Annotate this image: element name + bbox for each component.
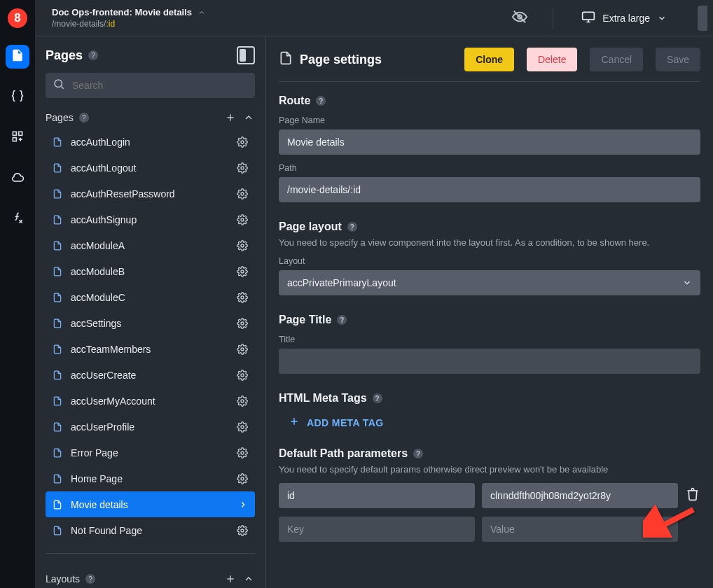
title-field-label: Title [279,335,700,344]
search-input[interactable] [71,79,248,92]
svg-line-7 [61,86,63,88]
page-list-item[interactable]: accAuthResetPassword [46,181,255,206]
gear-icon[interactable] [237,214,248,225]
svg-point-20 [241,400,244,402]
help-icon[interactable]: ? [85,574,95,584]
gear-icon[interactable] [237,266,248,277]
page-list-item[interactable]: accAuthLogin [46,129,255,155]
help-icon[interactable]: ? [413,449,423,458]
rail-json[interactable] [6,85,29,109]
page-item-label: accUserCreate [71,370,230,381]
delete-button[interactable]: Delete [527,48,577,71]
svg-point-15 [241,270,244,273]
svg-point-17 [241,322,244,325]
rail-pages[interactable] [6,45,29,69]
page-list-item[interactable]: accUserCreate [46,362,255,388]
add-page-button[interactable] [224,112,237,123]
gear-icon[interactable] [237,396,248,407]
rail-functions[interactable] [6,207,29,231]
page-list-item[interactable]: accAuthLogout [46,155,255,181]
help-icon[interactable]: ? [337,315,347,325]
chevron-right-icon[interactable] [238,500,248,510]
page-list-item[interactable]: accUserMyAccount [46,388,255,414]
page-item-label: Movie details [71,499,231,510]
rail-cloud[interactable] [6,167,29,190]
gear-icon[interactable] [237,344,248,355]
help-icon[interactable]: ? [347,222,357,232]
page-item-label: Not Found Page [71,525,230,536]
gear-icon[interactable] [237,318,248,329]
overflow-button[interactable] [698,6,707,31]
file-icon [53,215,64,225]
page-list-item[interactable]: accUserProfile [46,414,255,440]
layout-select[interactable]: accPrivatePrimaryLayout [279,270,700,295]
title-input[interactable] [279,349,700,374]
gear-icon[interactable] [237,525,248,536]
param-key-input[interactable]: id [279,483,475,508]
svg-point-23 [241,477,244,480]
page-item-label: accModuleC [71,292,230,303]
section-params: Default Path parameters ? You need to sp… [279,447,700,542]
page-list-item[interactable]: Error Page [46,440,255,465]
chevron-up-icon [198,8,206,17]
param-value-placeholder[interactable]: Value [482,517,678,542]
svg-point-16 [241,296,244,299]
svg-point-22 [241,451,244,454]
gear-icon[interactable] [237,421,248,433]
svg-point-21 [241,426,244,428]
group-layouts-header[interactable]: Layouts ? [46,573,255,584]
gear-icon[interactable] [237,188,248,200]
page-list-item[interactable]: accModuleB [46,258,255,284]
collapse-layouts-button[interactable] [242,573,255,584]
divider [46,553,255,554]
page-list-item[interactable]: Home Page [46,465,255,491]
file-icon [53,500,64,510]
cancel-button[interactable]: Cancel [590,48,643,71]
page-list-item[interactable]: accModuleC [46,284,255,310]
section-route-title: Route [279,94,310,107]
app-logo[interactable]: 8 [8,8,27,28]
save-button[interactable]: Save [656,48,700,71]
delete-param-button[interactable] [685,487,700,504]
file-icon [279,51,293,68]
svg-rect-0 [13,132,16,135]
path-input[interactable]: /movie-details/:id [279,177,700,202]
page-list-item[interactable]: Movie details [46,491,255,517]
side-title: Pages [46,48,83,63]
help-icon[interactable]: ? [79,113,89,122]
page-list-item[interactable]: Not Found Page [46,517,255,543]
gear-icon[interactable] [237,292,248,303]
file-icon [53,422,64,432]
rail-components[interactable] [6,126,29,150]
group-pages-header[interactable]: Pages ? [46,112,255,123]
page-list-item[interactable]: accModuleA [46,232,255,258]
visibility-toggle[interactable] [505,5,534,31]
gear-icon[interactable] [237,370,248,381]
breadcrumb[interactable]: Doc Ops-frontend: Movie details /movie-d… [52,7,206,29]
search-input-wrap[interactable] [46,73,255,98]
clone-button[interactable]: Clone [464,48,514,71]
file-icon [53,370,64,380]
gear-icon[interactable] [237,162,248,174]
page-list-item[interactable]: accTeamMembers [46,336,255,362]
help-icon[interactable]: ? [88,50,98,60]
gear-icon[interactable] [237,136,248,148]
help-icon[interactable]: ? [316,96,326,106]
section-params-desc: You need to specify default params other… [279,464,700,475]
help-icon[interactable]: ? [373,393,382,403]
gear-icon[interactable] [237,447,248,458]
panel-layout-toggle[interactable] [237,46,255,64]
param-row-empty: Key Value . [279,517,700,542]
viewport-select[interactable]: Extra large [572,6,677,30]
gear-icon[interactable] [237,240,248,251]
page-list-item[interactable]: accAuthSignup [46,206,255,232]
add-meta-button[interactable]: ADD META TAG [279,416,700,429]
add-layout-button[interactable] [224,573,237,584]
page-list-item[interactable]: accSettings [46,310,255,336]
param-key-placeholder[interactable]: Key [279,517,475,542]
page-name-input[interactable]: Movie details [279,130,700,155]
collapse-group-button[interactable] [242,112,255,123]
gear-icon[interactable] [237,473,248,484]
svg-point-12 [241,192,244,195]
param-value-input[interactable]: clnnddfth00jh08md2yot2r8y [482,483,678,508]
